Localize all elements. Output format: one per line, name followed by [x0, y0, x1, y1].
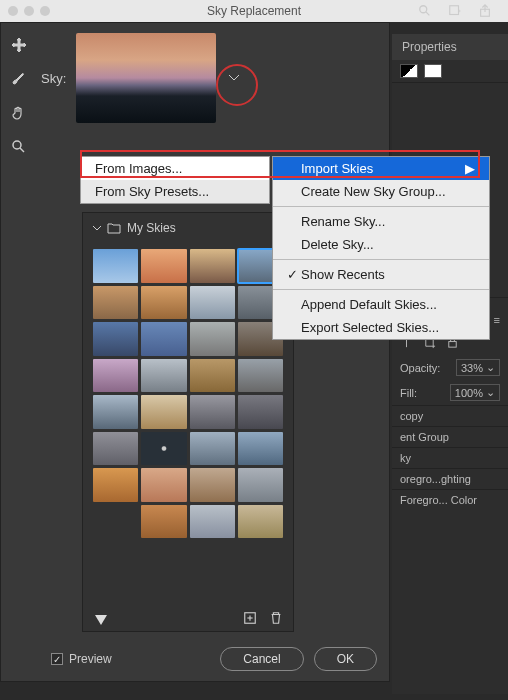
svg-rect-2 — [450, 6, 459, 15]
sky-preview-thumbnail[interactable] — [76, 33, 216, 123]
properties-panel: Properties ths≡ Opacity:33%⌄ Fill:100%⌄ … — [392, 34, 508, 694]
sky-preset-thumb[interactable] — [93, 359, 138, 393]
svg-point-0 — [420, 6, 427, 13]
sky-preset-thumb[interactable] — [141, 286, 186, 320]
window-title: Sky Replacement — [207, 4, 301, 18]
sky-preset-thumb[interactable] — [93, 395, 138, 429]
layer-row[interactable]: ky — [392, 447, 508, 468]
fill-row[interactable]: Fill:100%⌄ — [392, 380, 508, 405]
sky-preset-thumb[interactable] — [93, 432, 138, 466]
new-preset-icon[interactable] — [243, 611, 257, 625]
sky-dropdown-toggle[interactable] — [226, 70, 242, 86]
chevron-down-icon[interactable] — [93, 224, 101, 232]
search-icon[interactable] — [418, 4, 432, 18]
svg-rect-9 — [449, 342, 456, 348]
delete-preset-icon[interactable] — [269, 611, 283, 625]
hand-tool[interactable] — [9, 103, 29, 123]
preview-checkbox[interactable]: ✓ Preview — [51, 652, 112, 666]
folder-icon — [107, 222, 121, 234]
sky-preset-thumb[interactable] — [238, 432, 283, 466]
svg-point-4 — [13, 141, 21, 149]
svg-line-5 — [20, 148, 24, 152]
window-min-dot[interactable] — [24, 6, 34, 16]
window-close-dot[interactable] — [8, 6, 18, 16]
chevron-down-icon — [229, 75, 239, 81]
app-top-icons — [418, 0, 492, 22]
menu-create-new-sky-group[interactable]: Create New Sky Group... — [273, 180, 489, 203]
sky-preset-thumb[interactable] — [141, 249, 186, 283]
sky-preset-thumb[interactable] — [238, 395, 283, 429]
adjustment-icon[interactable] — [400, 64, 418, 78]
sky-preset-thumb[interactable] — [141, 468, 186, 502]
menu-append-default-skies[interactable]: Append Default Skies... — [273, 293, 489, 316]
layer-row[interactable]: ent Group — [392, 426, 508, 447]
sky-preset-thumb[interactable] — [190, 468, 235, 502]
preview-label: Preview — [69, 652, 112, 666]
window-max-dot[interactable] — [40, 6, 50, 16]
sky-preset-thumb[interactable] — [93, 468, 138, 502]
menu-from-images[interactable]: From Images... — [81, 157, 269, 180]
menu-show-recents[interactable]: ✓Show Recents — [273, 263, 489, 286]
cancel-button[interactable]: Cancel — [220, 647, 303, 671]
sky-preset-thumb[interactable] — [190, 286, 235, 320]
sky-actions-menu: Import Skies ▶ Create New Sky Group... R… — [272, 156, 490, 340]
sky-preset-thumb[interactable] — [238, 505, 283, 539]
sky-toolbar — [1, 23, 37, 681]
sky-preset-picker: My Skies — [82, 212, 294, 632]
share-icon[interactable] — [478, 4, 492, 18]
sky-source-menu: From Images... From Sky Presets... — [80, 156, 270, 204]
menu-delete-sky[interactable]: Delete Sky... — [273, 233, 489, 256]
move-tool[interactable] — [9, 35, 29, 55]
sky-preset-thumb[interactable] — [141, 322, 186, 356]
menu-import-skies[interactable]: Import Skies ▶ — [273, 157, 489, 180]
preset-group-name: My Skies — [127, 221, 176, 235]
menu-export-selected-skies[interactable]: Export Selected Skies... — [273, 316, 489, 339]
sky-preset-thumb[interactable] — [93, 322, 138, 356]
ok-button[interactable]: OK — [314, 647, 377, 671]
sky-preset-thumb[interactable] — [141, 395, 186, 429]
menu-from-sky-presets[interactable]: From Sky Presets... — [81, 180, 269, 203]
properties-tab[interactable]: Properties — [392, 34, 508, 60]
sky-preset-thumb[interactable] — [238, 359, 283, 393]
sky-preset-thumb[interactable] — [238, 468, 283, 502]
sky-preset-thumb[interactable] — [190, 395, 235, 429]
opacity-row[interactable]: Opacity:33%⌄ — [392, 355, 508, 380]
menu-rename-sky[interactable]: Rename Sky... — [273, 210, 489, 233]
sky-label: Sky: — [41, 71, 66, 86]
sky-preset-thumb[interactable] — [141, 432, 186, 466]
sky-preset-thumb[interactable] — [190, 249, 235, 283]
layer-row[interactable]: oregro...ghting — [392, 468, 508, 489]
thumbnail-size-slider[interactable] — [95, 615, 107, 625]
submenu-arrow-icon: ▶ — [465, 161, 475, 176]
sky-preset-thumb[interactable] — [93, 286, 138, 320]
sky-preset-thumb[interactable] — [190, 359, 235, 393]
svg-line-1 — [426, 12, 430, 16]
sky-preset-thumb[interactable] — [190, 505, 235, 539]
sky-preset-thumb[interactable] — [141, 505, 186, 539]
sky-preset-thumb[interactable] — [141, 359, 186, 393]
mask-icon[interactable] — [424, 64, 442, 78]
sky-preset-thumb[interactable] — [190, 432, 235, 466]
frame-icon[interactable] — [448, 4, 462, 18]
layer-row[interactable]: Foregro... Color — [392, 489, 508, 510]
sky-preset-thumb[interactable] — [93, 249, 138, 283]
layer-row[interactable]: copy — [392, 405, 508, 426]
zoom-tool[interactable] — [9, 137, 29, 157]
sky-preset-thumb[interactable] — [190, 322, 235, 356]
brush-tool[interactable] — [9, 69, 29, 89]
